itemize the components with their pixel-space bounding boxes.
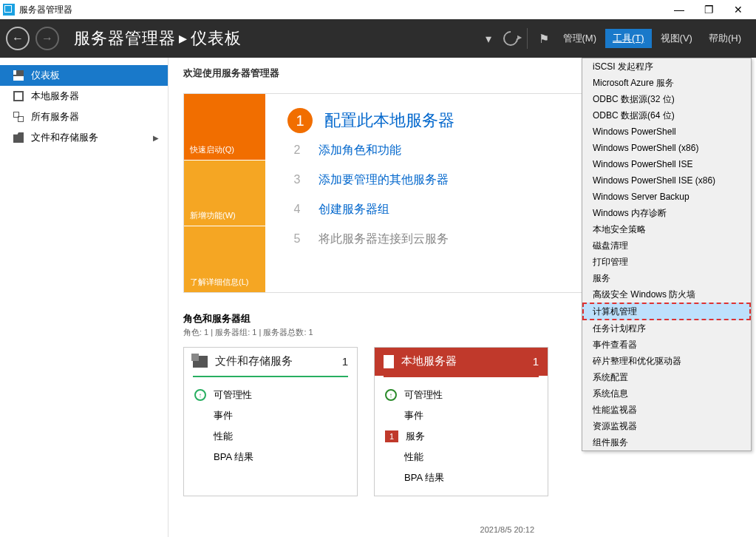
breadcrumb: 服务器管理器 ▸ 仪表板 [74,27,242,50]
server-icon [384,355,394,368]
sidebar-item-all-servers[interactable]: 所有服务器 [0,107,168,127]
arrow-up-icon: ↑ [385,389,397,401]
tile-row-events[interactable]: 事件 [194,405,347,426]
menu-help[interactable]: 帮助(H) [701,29,749,48]
tile-row-manageability[interactable]: ↑可管理性 [385,385,537,405]
sidebar-item-local-server[interactable]: 本地服务器 [0,86,168,107]
app-header: ← → 服务器管理器 ▸ 仪表板 ▾ ⚑ 管理(M) 工具(T) 视图(V) 帮… [0,19,756,58]
quick-start-tab[interactable]: 快速启动(Q) [184,94,265,160]
tools-menu-item[interactable]: Windows 内存诊断 [582,205,751,221]
tile-row-manageability[interactable]: ↑可管理性 [194,385,347,405]
title-bar: 服务器管理器 — ❐ ✕ [0,0,756,19]
back-button[interactable]: ← [6,27,30,50]
alert-badge: 1 [385,430,398,442]
step-label: 创建服务器组 [319,202,389,217]
tools-menu-item[interactable]: 计算机管理 [582,303,751,320]
window-controls: — ❐ ✕ [664,0,753,19]
tile-row-label: 性能 [214,430,233,443]
tools-menu-item[interactable]: ODBC 数据源(32 位) [582,91,751,107]
tools-menu-item[interactable]: 本地安全策略 [582,221,751,237]
tile-row-performance[interactable]: 性能 [385,447,537,467]
breadcrumb-app[interactable]: 服务器管理器 [74,27,176,50]
tools-menu-item[interactable]: 服务 [582,270,751,286]
tools-menu-item[interactable]: Windows PowerShell ISE [582,156,751,172]
maximize-button[interactable]: ❐ [694,0,723,19]
step-label: 添加要管理的其他服务器 [319,172,449,188]
close-button[interactable]: ✕ [723,0,753,19]
step-label: 配置此本地服务器 [324,109,454,132]
tile-row-services[interactable]: 1服务 [385,426,537,447]
step-number: 3 [287,170,307,189]
tile-row-label: 可管理性 [404,388,443,402]
tools-dropdown: iSCSI 发起程序Microsoft Azure 服务ODBC 数据源(32 … [582,58,752,451]
breadcrumb-dropdown[interactable]: ▾ [478,28,499,49]
timestamp: 2021/8/5 20:12 [480,525,534,534]
tools-menu-item[interactable]: 高级安全 Windows 防火墙 [582,286,751,303]
tile-row-bpa[interactable]: BPA 结果 [385,467,537,488]
sidebar-item-label: 本地服务器 [31,90,79,103]
tools-menu-item[interactable]: ODBC 数据源(64 位) [582,107,751,124]
tile-header: 文件和存储服务 1 [184,348,357,376]
menu-manage[interactable]: 管理(M) [556,29,605,48]
tools-menu-item[interactable]: 事件查看器 [582,337,751,353]
folder-icon [13,132,24,143]
tile-row-bpa[interactable]: BPA 结果 [194,447,347,467]
tools-menu-item[interactable]: 任务计划程序 [582,320,751,337]
tools-menu-item[interactable]: Windows PowerShell [582,124,751,140]
server-icon [13,91,24,101]
tools-menu-item[interactable]: 性能监视器 [582,402,751,418]
tile-row-label: BPA 结果 [404,471,444,484]
tools-menu-item[interactable]: Windows PowerShell ISE (x86) [582,172,751,189]
tile-row-label: BPA 结果 [214,450,253,464]
tile-file-storage[interactable]: 文件和存储服务 1 ↑可管理性 事件 性能 BPA 结果 [183,347,358,496]
tile-body: ↑可管理性 事件 1服务 性能 BPA 结果 [375,377,548,496]
tile-row-label: 事件 [214,409,233,422]
tile-title: 文件和存储服务 [215,354,293,368]
step-label: 添加角色和功能 [319,143,401,158]
separator [527,28,528,49]
refresh-button[interactable] [500,28,521,49]
servers-icon [13,112,24,122]
tile-row-performance[interactable]: 性能 [194,426,347,447]
menu-view[interactable]: 视图(V) [653,29,700,48]
tile-body: ↑可管理性 事件 性能 BPA 结果 [184,377,357,475]
app-icon [3,4,15,16]
arrow-up-icon: ↑ [194,389,206,401]
quick-sidebar: 快速启动(Q) 新增功能(W) 了解详细信息(L) [184,94,265,292]
tools-menu-item[interactable]: 碎片整理和优化驱动器 [582,353,751,369]
forward-button[interactable]: → [35,27,59,50]
tile-local-server[interactable]: 本地服务器 1 ↑可管理性 事件 1服务 性能 BPA 结果 [374,347,548,496]
tools-menu-item[interactable]: iSCSI 发起程序 [582,58,751,75]
tile-row-label: 服务 [406,430,425,443]
sidebar-item-label: 文件和存储服务 [31,131,98,144]
tile-row-events[interactable]: 事件 [385,405,537,426]
tools-menu-item[interactable]: 磁盘清理 [582,237,751,254]
step-label: 将此服务器连接到云服务 [319,232,449,247]
learn-more-tab[interactable]: 了解详细信息(L) [184,226,265,292]
sidebar-item-file-storage[interactable]: 文件和存储服务 ▶ [0,127,168,148]
step-number: 2 [287,141,307,160]
tools-menu-item[interactable]: 系统配置 [582,369,751,385]
tools-menu-item[interactable]: Windows PowerShell (x86) [582,140,751,156]
step-number: 5 [287,229,307,249]
sidebar-item-label: 所有服务器 [31,110,79,124]
whats-new-tab[interactable]: 新增功能(W) [184,160,265,226]
chevron-right-icon: ▶ [153,134,159,142]
tile-row-label: 性能 [404,450,423,464]
tools-menu-item[interactable]: 系统信息 [582,385,751,402]
minimize-button[interactable]: — [664,0,694,19]
breadcrumb-page[interactable]: 仪表板 [191,27,242,50]
menu-tools[interactable]: 工具(T) [605,29,652,48]
sidebar-item-label: 仪表板 [31,69,60,82]
tools-menu-item[interactable]: Microsoft Azure 服务 [582,75,751,91]
notifications-button[interactable]: ⚑ [534,28,554,49]
sidebar-item-dashboard[interactable]: 仪表板 [0,65,168,86]
tools-menu-item[interactable]: 组件服务 [582,434,751,450]
refresh-icon [500,28,520,49]
tools-menu-item[interactable]: 打印管理 [582,254,751,270]
tile-header: 本地服务器 1 [375,348,548,376]
step-number: 1 [287,108,313,133]
tools-menu-item[interactable]: Windows Server Backup [582,189,751,205]
tile-title: 本地服务器 [401,354,457,368]
tools-menu-item[interactable]: 资源监视器 [582,418,751,434]
